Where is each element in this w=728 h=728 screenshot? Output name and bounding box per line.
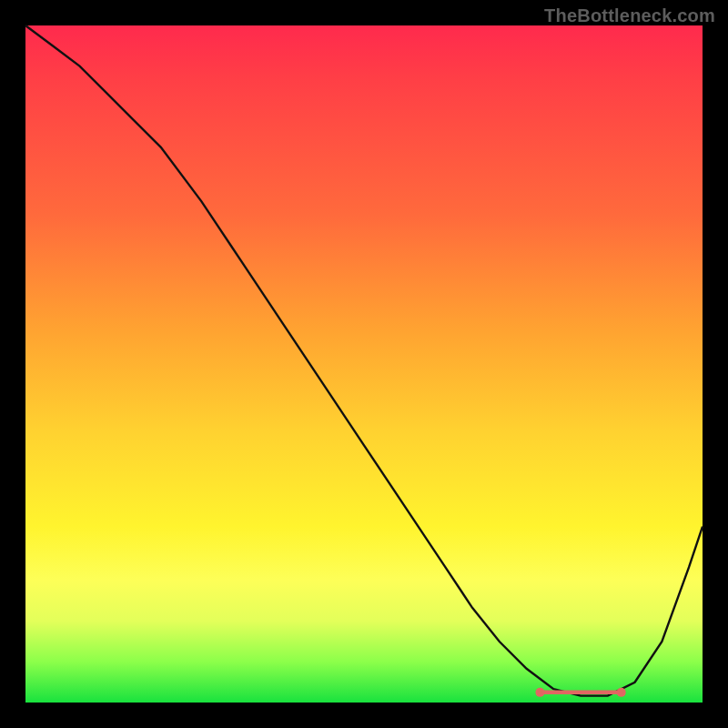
plot-area <box>25 25 703 703</box>
watermark-label: TheBottleneck.com <box>544 5 715 26</box>
curve-svg <box>25 25 703 703</box>
chart-frame: TheBottleneck.com <box>0 0 728 728</box>
optimal-zone-end-dot <box>617 688 626 697</box>
bottleneck-curve <box>25 25 703 696</box>
optimal-zone-start-dot <box>535 688 544 697</box>
